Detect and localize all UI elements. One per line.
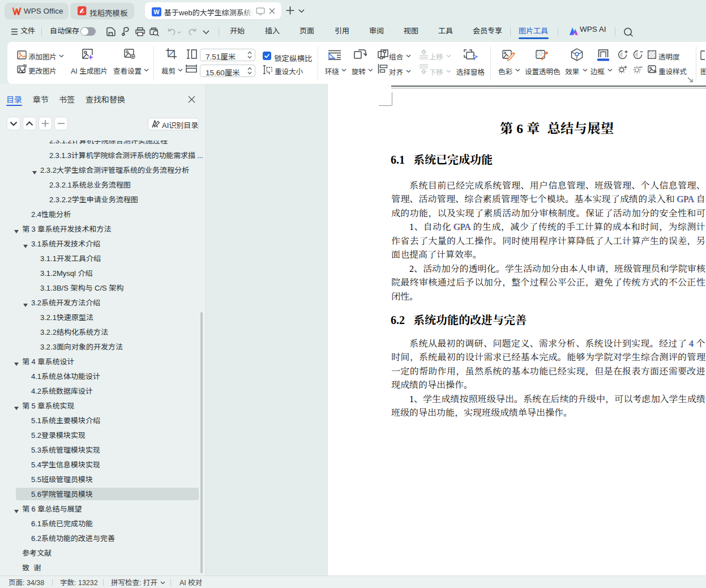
svg-text:W: W <box>153 8 160 15</box>
